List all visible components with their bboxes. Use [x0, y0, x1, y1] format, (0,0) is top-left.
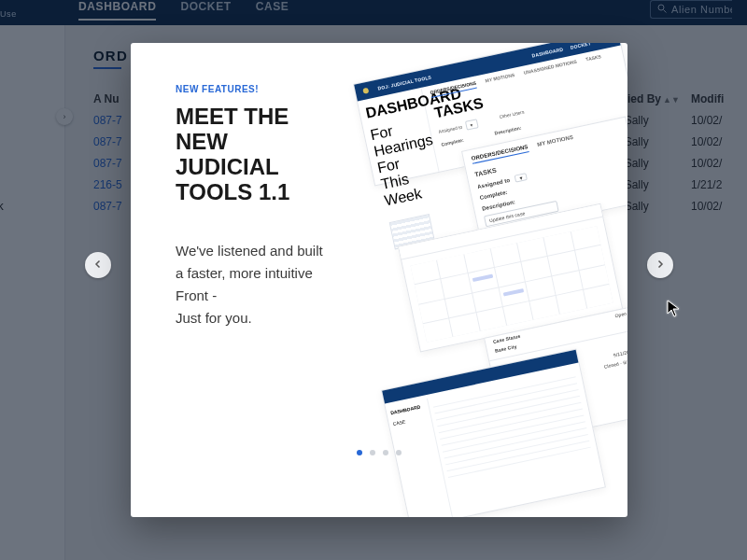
- mock-sidebar-item: CASE: [392, 414, 427, 427]
- mock-nav-item: DOCKET: [570, 43, 591, 50]
- modal-eyebrow: NEW FEATURES!: [176, 84, 319, 94]
- mock-tab: MY MOTIONS: [537, 134, 575, 150]
- whats-new-modal: NEW FEATURES! MEET THE NEW JUDICIAL TOOL…: [131, 43, 627, 517]
- mock-nav-item: CASE: [598, 43, 613, 44]
- modal-headline-line: MEET THE: [176, 104, 319, 129]
- mock-label: Other Users: [499, 109, 525, 123]
- mock-label: Assigned to: [438, 124, 463, 134]
- modal-headline: MEET THE NEW JUDICIAL TOOLS 1.1: [176, 104, 319, 204]
- carousel-dot[interactable]: [383, 450, 388, 455]
- chevron-left-icon: [92, 257, 104, 273]
- mock-label: Complete:: [441, 137, 464, 147]
- mock-kv-key: Base City: [495, 343, 517, 354]
- mock-brand: DOJ: JUDICIAL TOOLS: [377, 74, 432, 91]
- seal-icon: [362, 88, 369, 94]
- mock-tab: TASKS: [585, 53, 602, 64]
- mock-sidebar: DASHBOARD For Hearings For This Week: [358, 88, 440, 186]
- chevron-right-icon: [655, 257, 666, 273]
- modal-headline-line: JUDICIAL: [176, 154, 319, 179]
- mouse-cursor-icon: [667, 300, 682, 318]
- mock-sidebar-sub: For Hearings For This Week: [369, 117, 438, 210]
- mock-nav-item: DASHBOARD: [531, 46, 564, 58]
- mock-card-list: DASHBOARD CASE: [381, 349, 606, 517]
- mock-label: Complete:: [479, 189, 508, 201]
- carousel-prev-button[interactable]: [85, 252, 111, 278]
- mock-sidebar-title: DASHBOARD: [390, 403, 425, 416]
- modal-copy-column: NEW FEATURES! MEET THE NEW JUDICIAL TOOL…: [131, 43, 319, 517]
- mock-label: Assigned to: [477, 177, 511, 189]
- mock-tab: MY MOTIONS: [485, 72, 515, 86]
- mock-pill: ▾: [465, 119, 479, 130]
- modal-body-line: Front -: [176, 285, 344, 307]
- mock-pill: ▾: [514, 173, 528, 183]
- modal-art-column: DOJ: JUDICIAL TOOLS DASHBOARD DOCKET CAS…: [319, 43, 627, 517]
- mock-label: Description:: [494, 125, 522, 136]
- modal-body: NEW FEATURES! MEET THE NEW JUDICIAL TOOL…: [131, 43, 627, 517]
- carousel-dot[interactable]: [357, 450, 362, 455]
- modal-body-copy: We've listened and built a faster, more …: [176, 240, 344, 329]
- modal-body-line: Just for you.: [176, 307, 344, 329]
- carousel-dots: [357, 450, 402, 455]
- carousel-dot[interactable]: [370, 450, 375, 455]
- mock-list-table: [432, 371, 599, 512]
- carousel-dot[interactable]: [396, 450, 402, 455]
- modal-headline-line: NEW: [176, 129, 319, 154]
- modal-body-line: We've listened and built: [176, 240, 344, 262]
- modal-body-line: a faster, more intuitive: [176, 262, 344, 285]
- carousel-next-button[interactable]: [647, 252, 673, 278]
- modal-headline-line: TOOLS 1.1: [176, 179, 319, 204]
